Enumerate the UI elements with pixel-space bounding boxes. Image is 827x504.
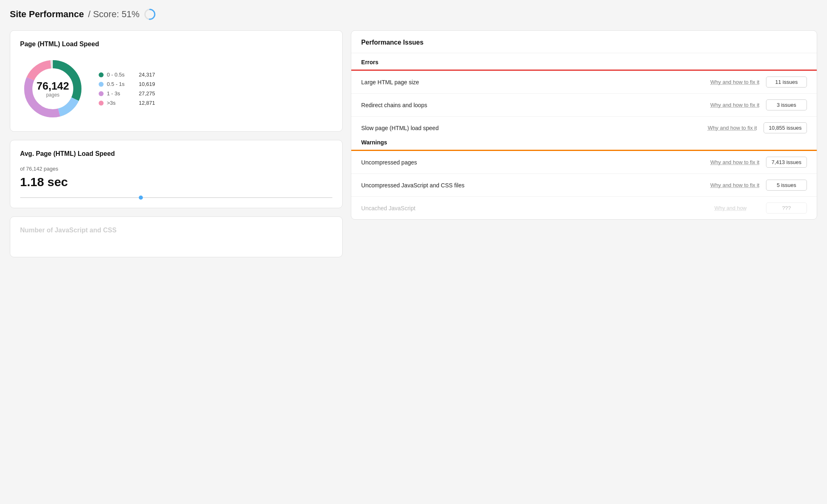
main-grid: Page (HTML) Load Speed <box>10 30 817 257</box>
load-speed-card: Page (HTML) Load Speed <box>10 30 343 132</box>
donut-label: pages <box>36 92 69 97</box>
table-row: Slow page (HTML) load speed Why and how … <box>351 117 817 139</box>
legend-dot <box>99 91 104 96</box>
issue-badge: ??? <box>766 202 807 214</box>
legend-range: 1 - 3s <box>107 90 136 97</box>
issue-name: Uncompressed JavaScript and CSS files <box>361 182 704 189</box>
issue-name: Uncompressed pages <box>361 159 704 166</box>
issue-link[interactable]: Why and how to fix it <box>710 78 759 86</box>
avg-speed-value: 1.18 sec <box>20 175 332 189</box>
legend-value: 12,871 <box>139 100 155 106</box>
issue-link[interactable]: Why and how to fix it <box>710 181 759 189</box>
legend-range: 0 - 0.5s <box>107 72 136 78</box>
legend-item: >3s 12,871 <box>99 100 155 106</box>
performance-issues-panel: Performance Issues Errors Large HTML pag… <box>351 30 817 220</box>
legend-item: 0.5 - 1s 10,619 <box>99 81 155 87</box>
issue-name: Uncached JavaScript <box>361 205 708 212</box>
legend-dot <box>99 72 104 77</box>
warnings-list: Uncompressed pages Why and how to fix it… <box>351 151 817 219</box>
table-row: Uncompressed JavaScript and CSS files Wh… <box>351 174 817 197</box>
load-speed-card-title: Page (HTML) Load Speed <box>20 40 332 48</box>
page-score: / Score: 51% <box>88 9 140 20</box>
issue-link[interactable]: Why and how to fix it <box>708 124 757 132</box>
avg-speed-card: Avg. Page (HTML) Load Speed of 76,142 pa… <box>10 140 343 208</box>
donut-center: 76,142 pages <box>36 80 69 98</box>
issue-name: Large HTML page size <box>361 79 704 86</box>
legend-item: 0 - 0.5s 24,317 <box>99 72 155 78</box>
issue-badge: 3 issues <box>766 99 807 110</box>
legend-range: >3s <box>107 100 136 106</box>
legend-dot <box>99 82 104 87</box>
js-css-card: Number of JavaScript and CSS <box>10 216 343 257</box>
donut-section: 76,142 pages 0 - 0.5s 24,317 0.5 - 1s 10… <box>20 56 332 122</box>
issue-name: Redirect chains and loops <box>361 102 704 108</box>
left-column: Page (HTML) Load Speed <box>10 30 343 257</box>
errors-header: Errors <box>351 53 817 70</box>
issue-badge: 7,413 issues <box>766 157 807 168</box>
legend-dot <box>99 101 104 106</box>
panel-title: Performance Issues <box>351 31 817 53</box>
legend-value: 24,317 <box>139 72 155 78</box>
js-css-title: Number of JavaScript and CSS <box>20 227 332 234</box>
issue-badge: 5 issues <box>766 180 807 191</box>
table-row: Redirect chains and loops Why and how to… <box>351 94 817 117</box>
speed-bar <box>20 197 332 198</box>
page-header: Site Performance / Score: 51% <box>10 8 817 20</box>
avg-speed-title: Avg. Page (HTML) Load Speed <box>20 150 332 158</box>
table-row: Uncompressed pages Why and how to fix it… <box>351 151 817 174</box>
avg-speed-subtitle: of 76,142 pages <box>20 166 332 172</box>
issue-link[interactable]: Why and how to fix it <box>710 158 759 166</box>
issue-link[interactable]: Why and how to fix it <box>710 101 759 109</box>
table-row: Uncached JavaScript Why and how ??? <box>351 197 817 219</box>
legend-value: 10,619 <box>139 81 155 87</box>
donut-total: 76,142 <box>36 80 69 92</box>
legend-value: 27,275 <box>139 90 155 97</box>
legend-range: 0.5 - 1s <box>107 81 136 87</box>
speed-dot <box>139 196 143 200</box>
table-row: Large HTML page size Why and how to fix … <box>351 71 817 94</box>
legend-item: 1 - 3s 27,275 <box>99 90 155 97</box>
issue-name: Slow page (HTML) load speed <box>361 125 701 131</box>
donut-legend: 0 - 0.5s 24,317 0.5 - 1s 10,619 1 - 3s 2… <box>99 72 155 106</box>
issue-badge: 10,855 issues <box>764 122 807 133</box>
warnings-header: Warnings <box>351 139 817 150</box>
donut-chart: 76,142 pages <box>20 56 86 122</box>
issue-badge: 11 issues <box>766 76 807 88</box>
errors-list: Large HTML page size Why and how to fix … <box>351 71 817 139</box>
page-title: Site Performance <box>10 9 84 20</box>
issue-link: Why and how <box>714 204 759 212</box>
score-circle-icon <box>144 8 156 20</box>
